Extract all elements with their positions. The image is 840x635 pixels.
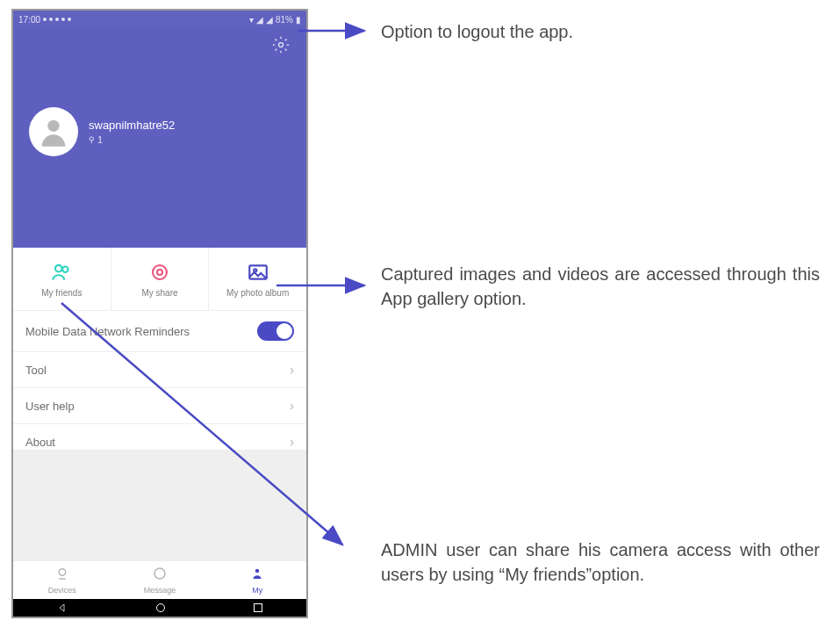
location-row: ⚲ 1 [89,134,175,145]
tab-devices[interactable]: Devices [13,561,111,599]
nav-back-icon[interactable] [57,603,68,613]
tab-label: Message [144,586,176,595]
android-nav-bar [13,599,306,617]
username-label: swapnilmhatre52 [89,119,175,132]
svg-point-8 [59,569,66,576]
row-label: About [25,436,55,449]
svg-point-3 [62,267,68,273]
gear-icon [272,36,290,54]
annotation-friends: ADMIN user can share his camera access w… [381,538,820,587]
svg-point-4 [153,265,167,279]
devices-icon [54,566,70,585]
avatar [29,107,78,156]
bottom-tab-bar: Devices Message My [13,560,306,599]
friends-icon [49,260,74,285]
profile-block[interactable]: swapnilmhatre52 ⚲ 1 [29,107,175,156]
svg-line-13 [61,303,342,545]
status-icon [61,18,65,21]
signal-icon: ◢ [256,15,263,25]
annotation-logout: Option to logout the app. [381,19,785,44]
status-icon [49,18,53,21]
profile-header: swapnilmhatre52 ⚲ 1 [13,28,306,248]
svg-point-10 [255,569,260,574]
share-icon [147,260,172,285]
svg-point-0 [279,43,284,47]
svg-point-5 [157,270,162,275]
tile-label: My friends [41,288,82,298]
wifi-icon: ▾ [249,15,254,25]
nav-home-icon[interactable] [156,603,165,612]
location-icon: ⚲ [89,135,95,144]
status-bar: 17:00 ▾ ◢ ◢ 81% ▮ [13,11,306,28]
annotation-gallery: Captured images and videos are accessed … [381,262,820,311]
tab-label: Devices [48,586,76,595]
status-icon [68,18,71,21]
avatar-icon [36,114,71,149]
nav-recent-icon[interactable] [254,603,262,612]
arrow-friends [53,299,351,553]
tab-message[interactable]: Message [111,561,208,599]
arrow-logout [290,18,373,44]
location-count: 1 [97,134,103,145]
svg-point-1 [47,120,59,132]
svg-point-2 [55,265,62,272]
tab-my[interactable]: My [209,561,306,599]
photo-icon [246,260,270,285]
status-icon [43,18,47,21]
status-time: 17:00 [18,15,40,25]
my-icon [249,566,265,585]
status-icon [55,18,59,21]
row-label: Tool [25,364,47,377]
tab-label: My [252,586,262,595]
arrow-gallery [272,272,373,299]
tile-label: My share [141,288,177,298]
signal-icon: ◢ [266,15,273,25]
settings-button[interactable] [271,35,291,54]
message-icon [152,566,168,585]
